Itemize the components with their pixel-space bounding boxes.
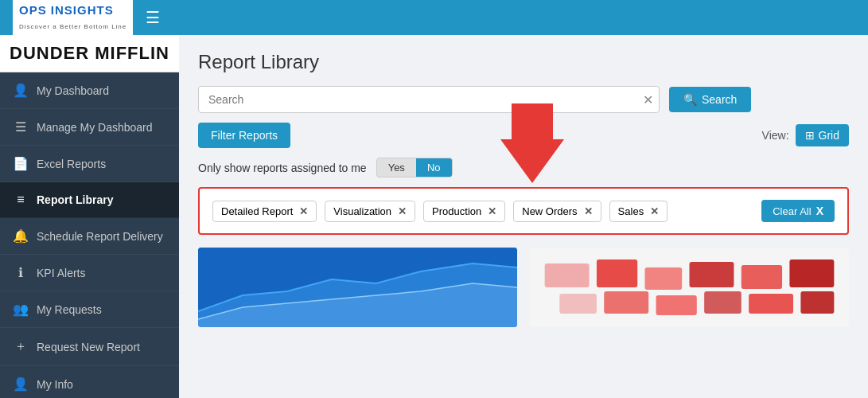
toggle-yes[interactable]: Yes (377, 158, 416, 177)
filter-tag-production: Production ✕ (423, 201, 505, 222)
filter-tag-detailed-report: Detailed Report ✕ (212, 201, 317, 222)
sidebar-item-excel-reports[interactable]: 📄 Excel Reports (0, 146, 179, 182)
tag-label-detailed-report: Detailed Report (221, 205, 293, 217)
sidebar-label-request-new-report: Request New Report (37, 341, 140, 353)
manage-icon: ☰ (13, 119, 29, 135)
sidebar-brand: DUNDER MIFFLIN (0, 35, 179, 72)
view-controls: View: ⊞ Grid (762, 124, 849, 146)
hamburger-icon[interactable]: ☰ (146, 8, 160, 27)
search-icon: 🔍 (683, 93, 697, 106)
svg-rect-4 (545, 263, 590, 287)
sidebar-label-my-dashboard: My Dashboard (37, 84, 109, 97)
view-grid-button[interactable]: ⊞ Grid (796, 124, 849, 146)
grid-icon: ⊞ (805, 129, 815, 142)
svg-rect-9 (789, 259, 834, 287)
page-title: Report Library (198, 51, 849, 73)
tag-label-visualization: Visualization (333, 205, 391, 217)
view-grid-label: Grid (819, 129, 839, 142)
sidebar-label-kpi-alerts: KPI Alerts (37, 267, 85, 279)
sidebar-item-request-new-report[interactable]: ＋ Request New Report (0, 328, 179, 366)
previews-row (198, 248, 849, 327)
filter-tag-sales: Sales ✕ (609, 201, 668, 222)
requests-icon: 👥 (13, 302, 29, 317)
preview-card-left[interactable] (198, 248, 517, 327)
content-area: Report Library ✕ 🔍 Search Filter Reports… (179, 35, 868, 398)
sidebar-item-kpi-alerts[interactable]: ℹ KPI Alerts (0, 255, 179, 291)
sidebar-label-manage-dashboard: Manage My Dashboard (37, 121, 153, 134)
tag-remove-sales[interactable]: ✕ (650, 205, 659, 217)
search-button[interactable]: 🔍 Search (669, 87, 751, 112)
clear-all-x-icon: X (816, 205, 823, 217)
toggle-label: Only show reports assigned to me (198, 162, 367, 174)
preview-card-right[interactable] (530, 248, 849, 327)
svg-rect-11 (604, 291, 648, 314)
tag-label-new-orders: New Orders (522, 205, 577, 217)
svg-rect-6 (645, 267, 683, 290)
sidebar-label-report-library: Report Library (37, 193, 113, 206)
sidebar: DUNDER MIFFLIN 👤 My Dashboard ☰ Manage M… (0, 35, 179, 398)
filter-section: Detailed Report ✕ Visualization ✕ Produc… (198, 187, 849, 235)
sidebar-label-my-info: My Info (37, 378, 73, 391)
svg-rect-7 (690, 262, 734, 287)
tag-remove-visualization[interactable]: ✕ (398, 205, 407, 217)
top-bar: OPS INSIGHTSDiscover a Better Bottom Lin… (0, 0, 868, 35)
logo-title: OPS INSIGHTSDiscover a Better Bottom Lin… (19, 3, 127, 32)
search-clear-button[interactable]: ✕ (643, 92, 653, 107)
add-icon: ＋ (13, 338, 29, 355)
clear-all-button[interactable]: Clear All X (761, 200, 835, 222)
filter-tag-new-orders: New Orders ✕ (513, 201, 601, 222)
svg-rect-13 (704, 291, 741, 314)
svg-rect-10 (559, 294, 597, 314)
svg-rect-8 (741, 265, 782, 289)
svg-rect-5 (597, 259, 637, 287)
toggle-switch[interactable]: Yes No (376, 158, 453, 178)
toggle-row: Only show reports assigned to me Yes No (198, 158, 849, 178)
search-input[interactable] (198, 86, 660, 113)
sidebar-item-my-requests[interactable]: 👥 My Requests (0, 291, 179, 328)
sidebar-label-my-requests: My Requests (37, 303, 102, 316)
tag-label-production: Production (432, 205, 481, 217)
tag-remove-detailed-report[interactable]: ✕ (299, 205, 308, 217)
info-icon: 👤 (13, 377, 29, 392)
dashboard-icon: 👤 (13, 83, 29, 98)
svg-rect-12 (656, 295, 697, 315)
sidebar-item-my-info[interactable]: 👤 My Info (0, 366, 179, 398)
excel-icon: 📄 (13, 156, 29, 171)
sidebar-label-schedule-report: Schedule Report Delivery (37, 230, 163, 243)
sidebar-item-manage-dashboard[interactable]: ☰ Manage My Dashboard (0, 109, 179, 146)
sidebar-label-excel-reports: Excel Reports (37, 158, 106, 170)
filter-row: Filter Reports View: ⊞ Grid (198, 123, 849, 148)
clear-all-label: Clear All (773, 205, 811, 217)
search-input-wrap: ✕ (198, 86, 660, 113)
tag-label-sales: Sales (618, 205, 644, 217)
filter-tag-visualization: Visualization ✕ (325, 201, 415, 222)
tag-remove-production[interactable]: ✕ (488, 205, 496, 217)
main-layout: DUNDER MIFFLIN 👤 My Dashboard ☰ Manage M… (0, 35, 868, 398)
schedule-icon: 🔔 (13, 228, 29, 244)
search-button-label: Search (702, 93, 737, 106)
svg-rect-15 (800, 291, 834, 314)
view-label: View: (762, 129, 789, 142)
tag-remove-new-orders[interactable]: ✕ (584, 205, 593, 217)
sidebar-item-my-dashboard[interactable]: 👤 My Dashboard (0, 72, 179, 109)
toggle-no[interactable]: No (416, 158, 452, 177)
kpi-icon: ℹ (13, 265, 29, 280)
logo-area: OPS INSIGHTSDiscover a Better Bottom Lin… (13, 0, 133, 35)
filter-tags-box: Detailed Report ✕ Visualization ✕ Produc… (198, 187, 849, 235)
search-row: ✕ 🔍 Search (198, 86, 849, 113)
filter-reports-button[interactable]: Filter Reports (198, 123, 290, 148)
sidebar-item-schedule-report[interactable]: 🔔 Schedule Report Delivery (0, 218, 179, 255)
sidebar-item-report-library[interactable]: ≡ Report Library (0, 182, 179, 218)
svg-rect-14 (749, 294, 793, 314)
library-icon: ≡ (13, 193, 29, 207)
